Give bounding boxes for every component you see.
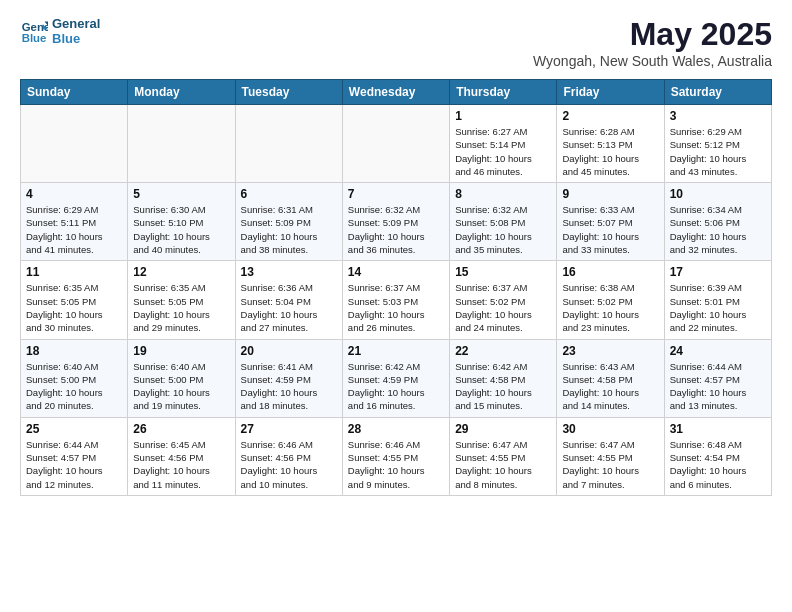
header: General Blue General Blue May 2025 Wyong… [20,16,772,69]
calendar-table: SundayMondayTuesdayWednesdayThursdayFrid… [20,79,772,496]
day-info: Sunrise: 6:40 AM Sunset: 5:00 PM Dayligh… [26,360,122,413]
cell-2-0: 11Sunrise: 6:35 AM Sunset: 5:05 PM Dayli… [21,261,128,339]
cell-0-4: 1Sunrise: 6:27 AM Sunset: 5:14 PM Daylig… [450,105,557,183]
cell-1-2: 6Sunrise: 6:31 AM Sunset: 5:09 PM Daylig… [235,183,342,261]
weekday-friday: Friday [557,80,664,105]
weekday-sunday: Sunday [21,80,128,105]
cell-0-1 [128,105,235,183]
svg-text:Blue: Blue [22,32,47,44]
day-number: 12 [133,265,229,279]
day-info: Sunrise: 6:32 AM Sunset: 5:08 PM Dayligh… [455,203,551,256]
day-number: 8 [455,187,551,201]
day-info: Sunrise: 6:43 AM Sunset: 4:58 PM Dayligh… [562,360,658,413]
weekday-monday: Monday [128,80,235,105]
cell-4-4: 29Sunrise: 6:47 AM Sunset: 4:55 PM Dayli… [450,417,557,495]
day-number: 6 [241,187,337,201]
cell-1-5: 9Sunrise: 6:33 AM Sunset: 5:07 PM Daylig… [557,183,664,261]
cell-0-2 [235,105,342,183]
cell-0-6: 3Sunrise: 6:29 AM Sunset: 5:12 PM Daylig… [664,105,771,183]
week-row-5: 25Sunrise: 6:44 AM Sunset: 4:57 PM Dayli… [21,417,772,495]
logo: General Blue General Blue [20,16,100,46]
day-number: 27 [241,422,337,436]
day-number: 24 [670,344,766,358]
day-number: 19 [133,344,229,358]
calendar-page: General Blue General Blue May 2025 Wyong… [0,0,792,612]
day-info: Sunrise: 6:35 AM Sunset: 5:05 PM Dayligh… [26,281,122,334]
day-number: 4 [26,187,122,201]
weekday-saturday: Saturday [664,80,771,105]
day-info: Sunrise: 6:34 AM Sunset: 5:06 PM Dayligh… [670,203,766,256]
day-number: 23 [562,344,658,358]
day-info: Sunrise: 6:44 AM Sunset: 4:57 PM Dayligh… [26,438,122,491]
day-info: Sunrise: 6:32 AM Sunset: 5:09 PM Dayligh… [348,203,444,256]
week-row-3: 11Sunrise: 6:35 AM Sunset: 5:05 PM Dayli… [21,261,772,339]
cell-4-3: 28Sunrise: 6:46 AM Sunset: 4:55 PM Dayli… [342,417,449,495]
day-info: Sunrise: 6:33 AM Sunset: 5:07 PM Dayligh… [562,203,658,256]
day-info: Sunrise: 6:48 AM Sunset: 4:54 PM Dayligh… [670,438,766,491]
day-number: 3 [670,109,766,123]
day-info: Sunrise: 6:29 AM Sunset: 5:11 PM Dayligh… [26,203,122,256]
cell-2-1: 12Sunrise: 6:35 AM Sunset: 5:05 PM Dayli… [128,261,235,339]
logo-icon: General Blue [20,17,48,45]
day-number: 2 [562,109,658,123]
day-number: 14 [348,265,444,279]
calendar-title: May 2025 [533,16,772,53]
cell-2-3: 14Sunrise: 6:37 AM Sunset: 5:03 PM Dayli… [342,261,449,339]
cell-1-3: 7Sunrise: 6:32 AM Sunset: 5:09 PM Daylig… [342,183,449,261]
day-info: Sunrise: 6:45 AM Sunset: 4:56 PM Dayligh… [133,438,229,491]
weekday-header-row: SundayMondayTuesdayWednesdayThursdayFrid… [21,80,772,105]
day-number: 17 [670,265,766,279]
day-info: Sunrise: 6:38 AM Sunset: 5:02 PM Dayligh… [562,281,658,334]
cell-1-0: 4Sunrise: 6:29 AM Sunset: 5:11 PM Daylig… [21,183,128,261]
day-number: 7 [348,187,444,201]
cell-3-4: 22Sunrise: 6:42 AM Sunset: 4:58 PM Dayli… [450,339,557,417]
cell-3-3: 21Sunrise: 6:42 AM Sunset: 4:59 PM Dayli… [342,339,449,417]
cell-4-6: 31Sunrise: 6:48 AM Sunset: 4:54 PM Dayli… [664,417,771,495]
logo-line2: Blue [52,31,100,46]
cell-4-1: 26Sunrise: 6:45 AM Sunset: 4:56 PM Dayli… [128,417,235,495]
weekday-thursday: Thursday [450,80,557,105]
day-info: Sunrise: 6:31 AM Sunset: 5:09 PM Dayligh… [241,203,337,256]
cell-3-2: 20Sunrise: 6:41 AM Sunset: 4:59 PM Dayli… [235,339,342,417]
day-info: Sunrise: 6:35 AM Sunset: 5:05 PM Dayligh… [133,281,229,334]
day-number: 26 [133,422,229,436]
cell-1-1: 5Sunrise: 6:30 AM Sunset: 5:10 PM Daylig… [128,183,235,261]
day-number: 1 [455,109,551,123]
cell-0-0 [21,105,128,183]
day-info: Sunrise: 6:36 AM Sunset: 5:04 PM Dayligh… [241,281,337,334]
title-block: May 2025 Wyongah, New South Wales, Austr… [533,16,772,69]
day-number: 30 [562,422,658,436]
day-info: Sunrise: 6:42 AM Sunset: 4:58 PM Dayligh… [455,360,551,413]
day-info: Sunrise: 6:47 AM Sunset: 4:55 PM Dayligh… [562,438,658,491]
logo-line1: General [52,16,100,31]
cell-4-2: 27Sunrise: 6:46 AM Sunset: 4:56 PM Dayli… [235,417,342,495]
day-info: Sunrise: 6:46 AM Sunset: 4:55 PM Dayligh… [348,438,444,491]
cell-0-5: 2Sunrise: 6:28 AM Sunset: 5:13 PM Daylig… [557,105,664,183]
cell-2-2: 13Sunrise: 6:36 AM Sunset: 5:04 PM Dayli… [235,261,342,339]
day-number: 25 [26,422,122,436]
day-info: Sunrise: 6:46 AM Sunset: 4:56 PM Dayligh… [241,438,337,491]
day-info: Sunrise: 6:37 AM Sunset: 5:02 PM Dayligh… [455,281,551,334]
logo-text: General Blue [52,16,100,46]
day-number: 5 [133,187,229,201]
day-number: 10 [670,187,766,201]
cell-3-1: 19Sunrise: 6:40 AM Sunset: 5:00 PM Dayli… [128,339,235,417]
day-number: 13 [241,265,337,279]
cell-4-0: 25Sunrise: 6:44 AM Sunset: 4:57 PM Dayli… [21,417,128,495]
cell-1-4: 8Sunrise: 6:32 AM Sunset: 5:08 PM Daylig… [450,183,557,261]
day-number: 21 [348,344,444,358]
day-number: 16 [562,265,658,279]
day-info: Sunrise: 6:28 AM Sunset: 5:13 PM Dayligh… [562,125,658,178]
day-number: 20 [241,344,337,358]
day-info: Sunrise: 6:27 AM Sunset: 5:14 PM Dayligh… [455,125,551,178]
day-number: 28 [348,422,444,436]
day-number: 31 [670,422,766,436]
week-row-2: 4Sunrise: 6:29 AM Sunset: 5:11 PM Daylig… [21,183,772,261]
weekday-tuesday: Tuesday [235,80,342,105]
day-number: 29 [455,422,551,436]
day-info: Sunrise: 6:37 AM Sunset: 5:03 PM Dayligh… [348,281,444,334]
week-row-1: 1Sunrise: 6:27 AM Sunset: 5:14 PM Daylig… [21,105,772,183]
cell-0-3 [342,105,449,183]
day-number: 15 [455,265,551,279]
cell-2-4: 15Sunrise: 6:37 AM Sunset: 5:02 PM Dayli… [450,261,557,339]
